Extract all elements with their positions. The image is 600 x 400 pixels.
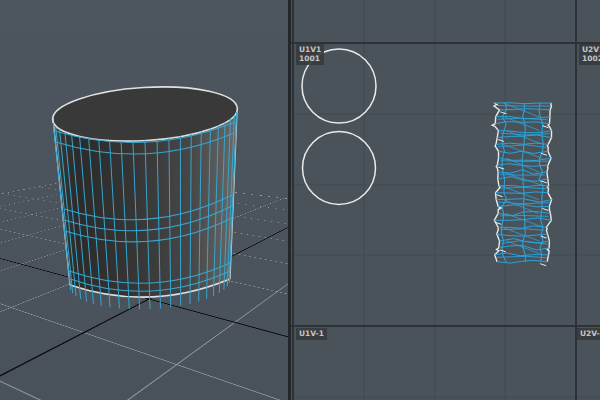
udim-tag-1001: U1V1 1001 [296,44,324,65]
uv-island-side-strip[interactable] [492,103,551,266]
3d-viewport[interactable] [0,0,288,400]
uv-grid [291,0,600,400]
modeling-app-window: U1V1 1001 U2V1 1002 U1V-1 U2V-1 [0,0,600,400]
uv-canvas[interactable] [291,0,600,400]
cylinder-mesh[interactable] [0,0,288,400]
udim-tag-u1v-1: U1V-1 [296,328,327,340]
uv-island-circle-bottom[interactable] [303,132,376,205]
udim-tag-1002: U2V1 1002 [579,44,600,65]
udim-tag-u2v-1: U2V-1 [577,328,600,340]
uv-editor[interactable]: U1V1 1001 U2V1 1002 U1V-1 U2V-1 [291,0,600,400]
